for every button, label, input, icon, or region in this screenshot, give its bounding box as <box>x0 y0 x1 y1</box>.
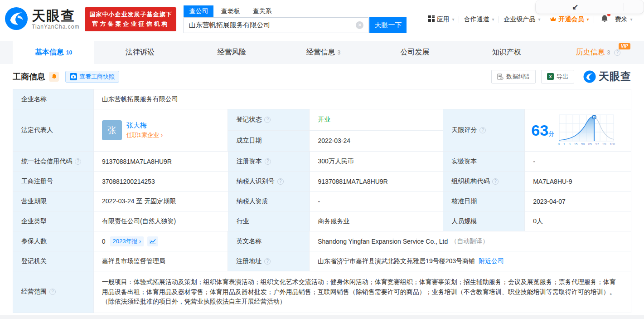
tab-operation[interactable]: 经营信息 3 <box>277 41 369 64</box>
tab-basic-info[interactable]: 基本信息 10 <box>13 41 94 64</box>
tianyancha-logo[interactable]: 天眼查 TianYanCha.com <box>5 7 79 32</box>
export-button[interactable]: 导出 <box>541 70 574 83</box>
table-subrow: 登记状态 开业 <box>228 109 443 131</box>
english-name-cell: Shandong Yingfan Expansion Service Co., … <box>310 231 631 251</box>
username: 费米 <box>615 15 628 24</box>
brand-domain: TianYanCha.com <box>32 24 79 30</box>
table-row: 参保人数 0 2023年报 › 英文名称 Shandong Yingfan Ex… <box>13 231 631 251</box>
search-input[interactable] <box>184 21 356 29</box>
data-correction-button[interactable]: 数据纠错 <box>491 70 536 83</box>
help-icon[interactable] <box>492 178 499 185</box>
paid-capital-label: 实缴资本 <box>443 152 525 172</box>
tab-development[interactable]: 公司发展 <box>369 41 461 64</box>
label-text: 纳税人识别号 <box>237 177 275 186</box>
reg-address-label: 注册地址 <box>228 251 310 271</box>
tab-ip[interactable]: 知识产权 <box>461 41 552 64</box>
nav-enterprise[interactable]: 企业级产品 <box>504 15 540 24</box>
search-tab-boss[interactable]: 查老板 <box>215 5 245 17</box>
table-subrow: 成立日期 2022-03-24 <box>228 131 443 152</box>
annual-report-link[interactable]: 2023年报 › <box>110 236 144 246</box>
crown-icon <box>550 16 557 23</box>
score-value: 63 <box>531 122 548 139</box>
nav-open-vip[interactable]: 开通会员 <box>550 15 589 24</box>
tab-label: 公司发展 <box>401 48 430 57</box>
tab-history[interactable]: VIP 历史信息 3 <box>552 41 644 64</box>
english-name-value: Shandong Yingfan Expansion Service Co., … <box>318 238 448 245</box>
arrow-down-left-icon[interactable] <box>572 2 578 12</box>
section-header: 工商信息 查看工商快照 数据纠错 导出 天眼查 <box>0 64 644 89</box>
nav-divider <box>499 16 499 23</box>
reg-address-cell: 山东省济宁市嘉祥县演武北路文苑雅居19号楼203号商铺 附近公司 <box>310 251 631 271</box>
search-button[interactable]: 天眼一下 <box>369 17 407 33</box>
trend-chart-icon[interactable] <box>147 236 158 246</box>
help-icon[interactable] <box>614 49 620 56</box>
nav-apps[interactable]: 应用 <box>428 15 454 24</box>
label-text: 经营范围 <box>21 288 47 296</box>
reg-number-value: 370881200214253 <box>94 172 228 191</box>
avatar[interactable]: 张 <box>102 120 122 140</box>
reg-address-value: 山东省济宁市嘉祥县演武北路文苑雅居19号楼203号商铺 <box>318 257 475 265</box>
tab-label: 经营风险 <box>217 48 246 57</box>
legal-rep-label: 法定代表人 <box>13 109 94 152</box>
industry-label: 行业 <box>228 211 310 231</box>
tab-risk[interactable]: 经营风险 <box>186 41 277 64</box>
insured-count-cell: 0 2023年报 › <box>94 231 228 251</box>
insured-count-label: 参保人数 <box>13 231 94 251</box>
tab-count: 3 <box>338 49 341 56</box>
business-scope-value: 一般项目：体验式拓展活动及策划；组织体育表演活动；组织文化艺术交流活动；健身休闲… <box>94 271 631 313</box>
approval-date-value: 2023-04-07 <box>525 191 631 211</box>
help-icon[interactable] <box>265 158 271 165</box>
org-code-label: 组织机构代码 <box>443 172 525 191</box>
help-icon[interactable] <box>49 289 56 295</box>
nav-partner[interactable]: 合作通道 <box>464 15 494 24</box>
reg-capital-label: 注册资本 <box>228 152 310 172</box>
positions-link[interactable]: 任职1家企业 › <box>126 131 163 139</box>
certification-badge: 国家中小企业发展子基金旗下 官方备案企业征信机构 <box>85 7 176 31</box>
help-icon[interactable] <box>479 127 486 133</box>
site-header: 天眼查 TianYanCha.com 国家中小企业发展子基金旗下 官方备案企业征… <box>0 0 644 35</box>
reg-capital-value: 300万人民币 <box>310 152 444 172</box>
search-tab-relation[interactable]: 查关系 <box>247 5 277 17</box>
excel-icon <box>547 73 554 80</box>
tianyancha-logo-icon <box>5 7 28 32</box>
score-distribution-chart: 0131550859799100 <box>558 114 615 147</box>
score-cell: 63分 <box>525 109 631 152</box>
help-icon[interactable] <box>264 258 271 265</box>
table-row: 企业类型 有限责任公司(自然人独资) 行业 商务服务业 人员规模 0人 <box>13 211 631 231</box>
tab-label: 知识产权 <box>492 48 521 57</box>
taxpayer-id-label: 纳税人识别号 <box>228 172 310 191</box>
nav-apps-label: 应用 <box>436 15 449 24</box>
snapshot-button[interactable]: 查看工商快照 <box>65 71 119 83</box>
credit-code-value: 91370881MA7LA8HU9R <box>94 152 228 172</box>
auto-translate-note: （自动翻译） <box>450 237 489 245</box>
edit-doc-icon <box>497 74 504 80</box>
nav-enterprise-label: 企业级产品 <box>504 15 535 24</box>
business-scope-label: 经营范围 <box>13 271 94 313</box>
section-title: 工商信息 <box>13 71 45 82</box>
table-row: 经营范围 一般项目：体验式拓展活动及策划；组织体育表演活动；组织文化艺术交流活动… <box>13 271 631 313</box>
browser-overlay[interactable] <box>535 0 644 14</box>
help-icon[interactable] <box>277 178 284 185</box>
reg-status-value: 开业 <box>310 109 443 131</box>
reg-authority-value: 嘉祥县市场监督管理局 <box>94 251 228 271</box>
label-text: 组织机构代码 <box>451 177 489 186</box>
reg-number-label: 工商注册号 <box>13 172 94 191</box>
clear-search-icon[interactable] <box>356 21 363 29</box>
help-icon[interactable] <box>75 158 81 165</box>
taxpayer-quality-label: 纳税人资质 <box>228 191 310 211</box>
nearby-companies-link[interactable]: 附近公司 <box>479 257 504 265</box>
help-icon[interactable] <box>264 117 271 123</box>
brand-name: 天眼查 <box>32 9 79 23</box>
search-tab-company[interactable]: 查公司 <box>184 5 213 17</box>
notification-bell[interactable] <box>600 15 609 24</box>
nav-user[interactable]: 费米 <box>615 15 633 24</box>
company-tabbar: 基本信息 10 法律诉讼 经营风险 经营信息 3 公司发展 知识产权 VIP 历… <box>0 41 644 64</box>
legal-rep-name-link[interactable]: 张大梅 <box>126 121 163 130</box>
tab-legal[interactable]: 法律诉讼 <box>94 41 186 64</box>
label-text: 登记状态 <box>236 116 261 124</box>
taxpayer-id-value: 91370881MA7LA8HU9R <box>310 172 444 191</box>
monitor-bell-icon[interactable] <box>49 72 59 82</box>
business-info-table: 企业名称 山东营帆拓展服务有限公司 法定代表人 张 张大梅 任职1家企业 › 登… <box>13 89 631 313</box>
nav-divider <box>545 16 545 23</box>
search-tabs: 查公司 查老板 查关系 <box>184 5 407 17</box>
